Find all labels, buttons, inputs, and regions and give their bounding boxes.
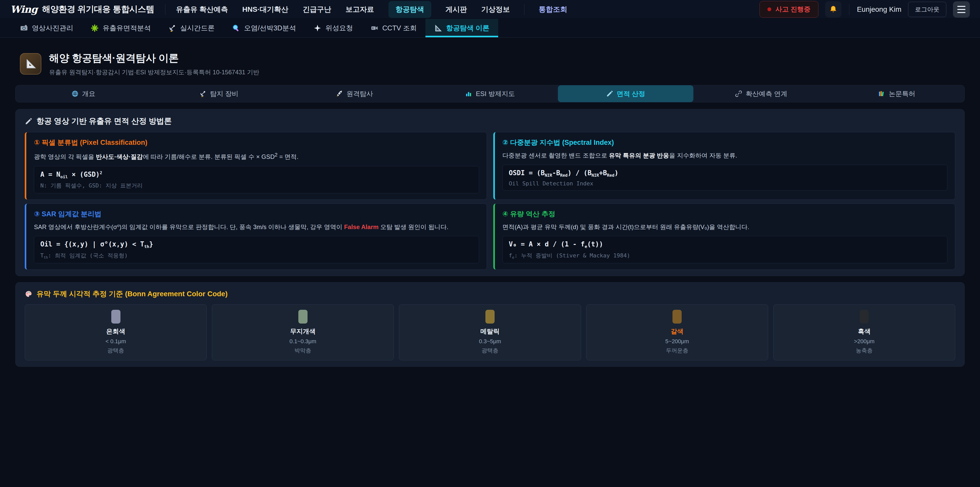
- formula-note: Oil Spill Detection Index: [509, 180, 941, 187]
- swatch-layer: 광택층: [403, 347, 576, 354]
- page-title: 해양 항공탐색·원격탐사 이론: [49, 51, 259, 65]
- nav-item-rescue[interactable]: 긴급구난: [303, 5, 331, 14]
- subnav-label: 유출유면적분석: [103, 24, 151, 33]
- nav-item-hns[interactable]: HNS·대기확산: [242, 5, 288, 14]
- swatch-thickness: 0.1~0.3μm: [216, 338, 390, 345]
- swatch-thickness: 0.3~5μm: [403, 338, 576, 345]
- satellite-dish-icon: [168, 24, 177, 32]
- triangle-ruler-icon: [434, 24, 442, 32]
- subnav-label: 실시간드론: [180, 24, 215, 33]
- divider: [524, 4, 525, 15]
- page-title-group: 해양 항공탐색·원격탐사 이론 유출유 원격탐지·항공감시 기법·ESI 방제정…: [49, 51, 259, 77]
- incident-in-progress-badge[interactable]: 사고 진행중: [759, 1, 818, 18]
- bonn-swatch-brown: 갈색 5~200μm 두꺼운층: [586, 304, 768, 360]
- bonn-swatch-rainbow: 무지개색 0.1~0.3μm 박막층: [212, 304, 394, 360]
- tab-remote-sensing[interactable]: 원격탐사: [286, 85, 422, 102]
- nav-item-board[interactable]: 게시판: [445, 5, 467, 14]
- nav-item-reports[interactable]: 보고자료: [345, 5, 374, 14]
- nav-item-integrated-search[interactable]: 통합조회: [539, 5, 567, 14]
- nav-item-weather[interactable]: 기상정보: [481, 5, 510, 14]
- divider: [849, 4, 850, 15]
- swatch-name: 갈색: [590, 327, 764, 335]
- tab-esi-map[interactable]: ESI 방제지도: [422, 85, 558, 102]
- bonn-color-code-panel: 유막 두께 시각적 추정 기준 (Bonn Agreement Color Co…: [15, 282, 965, 367]
- tab-area-calculation[interactable]: 면적 산정: [558, 85, 694, 102]
- bonn-swatch-silver-gray: 은회색 < 0.1μm 광택층: [25, 304, 207, 360]
- swatch-layer: 박막층: [216, 347, 390, 354]
- cctv-icon: [370, 24, 379, 32]
- nav-item-spill-forecast[interactable]: 유출유 확산예측: [176, 5, 228, 14]
- page-content: 해양 항공탐색·원격탐사 이론 유출유 원격탐지·항공감시 기법·ESI 방제정…: [0, 51, 980, 367]
- logout-button[interactable]: 로그아웃: [908, 2, 946, 17]
- formula-text: OSDI = (BNIR-BRed) / (BNIR+BRed): [509, 169, 941, 178]
- methods-cards-grid: ① 픽셀 분류법 (Pixel Classification) 광학 영상의 각…: [25, 132, 955, 270]
- bonn-heading-text: 유막 두께 시각적 추정 기준 (Bonn Agreement Color Co…: [37, 289, 228, 299]
- swatch-name: 흑색: [778, 327, 951, 335]
- notifications-button[interactable]: [825, 1, 842, 18]
- methods-heading-text: 항공 영상 기반 유출유 면적 산정 방법론: [37, 116, 172, 126]
- tab-label: 개요: [82, 89, 95, 98]
- method-card-description: 다중분광 센서로 촬영한 밴드 조합으로 유막 특유의 분광 반응을 지수화하여…: [503, 151, 948, 160]
- green-asterisk-icon: [91, 24, 99, 32]
- swatch-thickness: 5~200μm: [590, 338, 764, 345]
- subnav-item-oil-area-analysis[interactable]: 유출유면적분석: [82, 19, 159, 37]
- globe-icon: [72, 90, 79, 97]
- tab-diffusion-link[interactable]: 확산예측 연계: [694, 85, 829, 102]
- formula-text: V₀ = A × d / (1 - fe(t)): [509, 240, 941, 249]
- formula-note: N: 기름 픽셀수, GSD: 지상 표본거리: [40, 182, 473, 190]
- tab-label: ESI 방제지도: [476, 89, 515, 98]
- app-logo: Wing 해양환경 위기대응 통합시스템: [10, 3, 154, 15]
- swatch-thickness: < 0.1μm: [29, 338, 202, 345]
- formula-text: A = Noil × (GSD)2: [40, 170, 473, 179]
- user-name: Eunjeong Kim: [857, 5, 901, 14]
- subnav-label: 항공탐색 이론: [446, 24, 490, 33]
- status-dot-icon: [767, 7, 771, 11]
- subnav-label: CCTV 조회: [382, 24, 417, 33]
- top-navigation-bar: Wing 해양환경 위기대응 통합시스템 유출유 확산예측 HNS·대기확산 긴…: [0, 0, 980, 19]
- swatch-name: 무지개색: [216, 327, 390, 335]
- tab-detection-equipment[interactable]: 탐지 장비: [151, 85, 286, 102]
- tab-label: 논문특허: [889, 89, 915, 98]
- bar-chart-icon: [465, 90, 472, 97]
- swatch-layer: 두꺼운층: [590, 347, 764, 354]
- palette-icon: [25, 290, 32, 298]
- subnav-item-aerial-theory[interactable]: 항공탐색 이론: [425, 19, 498, 37]
- page-subtitle: 유출유 원격탐지·항공감시 기법·ESI 방제정보지도·등록특허 10-1567…: [49, 68, 259, 77]
- link-icon: [735, 90, 742, 97]
- swatch-layer: 농축층: [778, 347, 951, 354]
- subnav-item-realtime-drone[interactable]: 실시간드론: [159, 19, 223, 37]
- method-card-title: ① 픽셀 분류법 (Pixel Classification): [34, 138, 479, 147]
- subnav-item-pollution-3d[interactable]: 오염/선박3D분석: [223, 19, 305, 37]
- incident-badge-label: 사고 진행중: [775, 5, 810, 14]
- nav-item-aerial-search[interactable]: 항공탐색: [388, 1, 431, 18]
- page-icon-box: [20, 53, 41, 75]
- formula-block: V₀ = A × d / (1 - fe(t)) fe: 누적 증발비 (Sti…: [503, 236, 948, 263]
- sparkle-icon: [313, 24, 321, 32]
- methods-section-heading: 항공 영상 기반 유출유 면적 산정 방법론: [25, 116, 955, 126]
- subnav-item-cctv[interactable]: CCTV 조회: [362, 19, 425, 37]
- books-icon: [878, 90, 885, 97]
- divider: [165, 4, 165, 15]
- method-card-sar-threshold: ③ SAR 임계값 분리법 SAR 영상에서 후방산란계수(σ⁰)의 임계값 이…: [25, 204, 487, 270]
- formula-block: A = Noil × (GSD)2 N: 기름 픽셀수, GSD: 지상 표본거…: [34, 166, 479, 193]
- tab-papers-patents[interactable]: 논문특허: [829, 85, 964, 102]
- subnav-item-satellite-request[interactable]: 위성요청: [305, 19, 362, 37]
- subnav-label: 오염/선박3D분석: [244, 24, 296, 33]
- swatch-name: 메탈릭: [403, 327, 576, 335]
- hamburger-menu-button[interactable]: [953, 1, 970, 18]
- formula-note: fe: 누적 증발비 (Stiver & Mackay 1984): [509, 252, 941, 259]
- subnav-label: 영상사진관리: [32, 24, 73, 33]
- subnav-item-image-management[interactable]: 영상사진관리: [11, 19, 82, 37]
- tab-overview[interactable]: 개요: [16, 85, 151, 102]
- method-card-volume-inversion: ④ 유량 역산 추정 면적(A)과 평균 유막 두께(d) 및 풍화 경과 시간…: [493, 204, 956, 270]
- bonn-swatch-black: 흑색 >200μm 농축층: [773, 304, 955, 360]
- magnifier-icon: [232, 24, 240, 32]
- method-card-spectral-index: ② 다중분광 지수법 (Spectral Index) 다중분광 센서로 촬영한…: [493, 132, 956, 200]
- rocket-icon: [336, 90, 343, 97]
- method-card-description: 광학 영상의 각 픽셀을 반사도·색상·질감에 따라 기름/해수로 분류. 분류…: [34, 151, 479, 161]
- theory-tab-bar: 개요 탐지 장비 원격탐사 ESI 방제지도: [15, 85, 965, 102]
- swatch-thickness: >200μm: [778, 338, 951, 345]
- bonn-swatch-grid: 은회색 < 0.1μm 광택층 무지개색 0.1~0.3μm 박막층 메탈릭 0…: [25, 304, 955, 360]
- page-header: 해양 항공탐색·원격탐사 이론 유출유 원격탐지·항공감시 기법·ESI 방제정…: [20, 51, 965, 77]
- tab-label: 면적 산정: [617, 89, 645, 98]
